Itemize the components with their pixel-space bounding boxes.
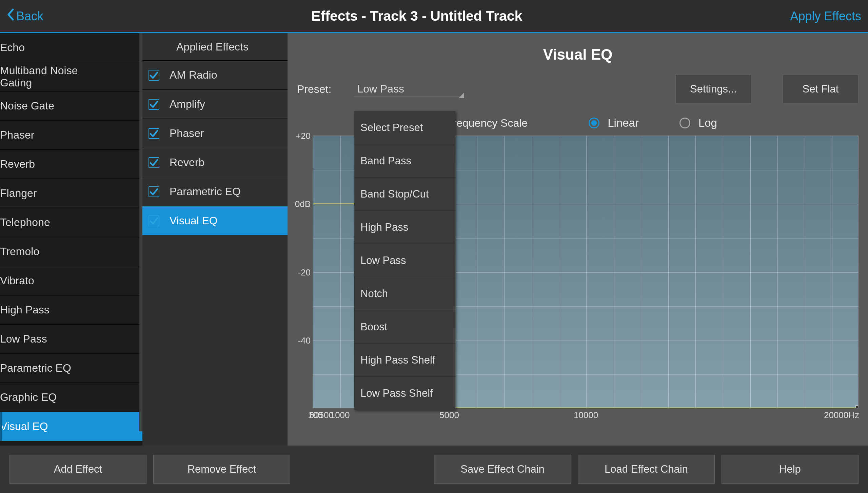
checkbox-icon[interactable] — [149, 99, 159, 110]
effects-list[interactable]: EchoMultiband NoiseGatingNoise GatePhase… — [0, 33, 142, 446]
dropdown-item-high-pass-shelf[interactable]: High Pass Shelf — [354, 344, 455, 377]
add-effect-button[interactable]: Add Effect — [9, 455, 146, 484]
dropdown-item-notch[interactable]: Notch — [354, 277, 455, 310]
sidebar-item-label: Graphic EQ — [0, 391, 57, 404]
back-label: Back — [16, 9, 43, 23]
sidebar-item-reverb[interactable]: Reverb — [0, 150, 142, 179]
remove-effect-button[interactable]: Remove Effect — [153, 455, 290, 484]
dropdown-triangle-icon — [459, 93, 464, 98]
applied-item-label: Visual EQ — [170, 214, 218, 227]
dropdown-item-band-stop-cut[interactable]: Band Stop/Cut — [354, 178, 455, 211]
svg-rect-1 — [856, 406, 858, 408]
graph-y-axis: +200dB-20-40 — [297, 136, 313, 408]
sidebar-item-visual-eq[interactable]: Visual EQ — [0, 412, 142, 441]
radio-circle-icon — [679, 118, 690, 128]
checkbox-icon[interactable] — [149, 215, 159, 226]
dropdown-item-band-pass[interactable]: Band Pass — [354, 144, 455, 178]
sidebar-item-tremolo[interactable]: Tremolo — [0, 237, 142, 266]
dropdown-item-boost[interactable]: Boost — [354, 310, 455, 344]
sidebar-item-flanger[interactable]: Flanger — [0, 179, 142, 208]
applied-item-label: Parametric EQ — [170, 185, 241, 198]
sidebar-scroll-indicator[interactable] — [139, 33, 142, 431]
sidebar-item-label: Parametric EQ — [0, 362, 71, 374]
sidebar-item-phaser[interactable]: Phaser — [0, 121, 142, 150]
radio-circle-icon — [589, 118, 599, 128]
sidebar-item-graphic-eq[interactable]: Graphic EQ — [0, 383, 142, 412]
checkbox-icon[interactable] — [149, 70, 159, 81]
sidebar-item-label: Low Pass — [0, 333, 47, 345]
sidebar-item-high-pass[interactable]: High Pass — [0, 295, 142, 325]
checkbox-icon[interactable] — [149, 128, 159, 139]
dropdown-item-low-pass-shelf[interactable]: Low Pass Shelf — [354, 377, 455, 410]
effect-title: Visual EQ — [297, 46, 859, 63]
sidebar-item-label: Phaser — [0, 129, 34, 141]
radio-linear[interactable]: Linear — [589, 117, 639, 129]
applied-effects-header: Applied Effects — [142, 33, 288, 60]
preset-label: Preset: — [297, 83, 331, 96]
sidebar-item-echo[interactable]: Echo — [0, 33, 142, 62]
applied-effects-column: Applied Effects AM RadioAmplifyPhaserRev… — [142, 33, 288, 446]
applied-item-label: Reverb — [170, 156, 204, 169]
sidebar-item-label: Multiband NoiseGating — [0, 65, 78, 88]
sidebar-item-label: Flanger — [0, 187, 37, 200]
sidebar-item-label: Tremolo — [0, 245, 39, 258]
checkbox-icon[interactable] — [149, 157, 159, 168]
sidebar-item-label: Vibrato — [0, 274, 34, 287]
set-flat-button[interactable]: Set Flat — [783, 75, 859, 104]
applied-item-label: AM Radio — [170, 69, 217, 81]
sidebar-item-parametric-eq[interactable]: Parametric EQ — [0, 354, 142, 383]
save-effect-chain-button[interactable]: Save Effect Chain — [434, 455, 571, 484]
top-bar: Back Effects - Track 3 - Untitled Track … — [0, 0, 868, 33]
sidebar-item-label: Visual EQ — [0, 420, 48, 433]
dropdown-item-select-preset[interactable]: Select Preset — [354, 111, 455, 144]
preset-dropdown-menu[interactable]: Select PresetBand PassBand Stop/CutHigh … — [354, 111, 455, 410]
dropdown-item-high-pass[interactable]: High Pass — [354, 211, 455, 244]
applied-effects-list: AM RadioAmplifyPhaserReverbParametric EQ… — [142, 60, 288, 235]
applied-item-parametric-eq[interactable]: Parametric EQ — [142, 177, 288, 206]
sidebar-item-low-pass[interactable]: Low Pass — [0, 325, 142, 354]
radio-log[interactable]: Log — [679, 117, 717, 129]
chevron-left-icon — [7, 8, 14, 24]
preset-dropdown[interactable]: Low Pass — [354, 81, 462, 97]
preset-current-value: Low Pass — [357, 83, 404, 95]
apply-effects-button[interactable]: Apply Effects — [790, 9, 861, 23]
applied-item-label: Amplify — [170, 98, 205, 110]
applied-item-label: Phaser — [170, 127, 204, 140]
page-title: Effects - Track 3 - Untitled Track — [311, 8, 522, 24]
sidebar-item-noise-gate[interactable]: Noise Gate — [0, 91, 142, 121]
radio-log-label: Log — [698, 117, 717, 129]
graph-x-axis: 50100500100050001000020000Hz — [313, 410, 859, 421]
applied-item-am-radio[interactable]: AM Radio — [142, 60, 288, 89]
sidebar-item-telephone[interactable]: Telephone — [0, 208, 142, 237]
sidebar-item-label: Echo — [0, 41, 25, 54]
help-button[interactable]: Help — [722, 455, 859, 484]
preset-row: Preset: Low Pass Settings... Set Flat — [297, 75, 859, 104]
applied-item-visual-eq[interactable]: Visual EQ — [142, 206, 288, 235]
effects-sidebar: EchoMultiband NoiseGatingNoise GatePhase… — [0, 33, 142, 446]
bottom-bar: Add Effect Remove Effect Save Effect Cha… — [0, 446, 868, 493]
sidebar-item-label: Reverb — [0, 158, 35, 170]
dropdown-item-low-pass[interactable]: Low Pass — [354, 244, 455, 277]
sidebar-item-vibrato[interactable]: Vibrato — [0, 266, 142, 295]
sidebar-item-multiband-noise-gating[interactable]: Multiband NoiseGating — [0, 62, 142, 91]
applied-item-reverb[interactable]: Reverb — [142, 148, 288, 177]
sidebar-item-label: Telephone — [0, 216, 50, 229]
applied-item-phaser[interactable]: Phaser — [142, 119, 288, 148]
checkbox-icon[interactable] — [149, 186, 159, 197]
settings-button[interactable]: Settings... — [675, 75, 751, 104]
radio-linear-label: Linear — [608, 117, 639, 129]
load-effect-chain-button[interactable]: Load Effect Chain — [578, 455, 715, 484]
sidebar-item-label: Noise Gate — [0, 100, 54, 112]
frequency-scale-label: Frequency Scale — [446, 117, 528, 129]
back-button[interactable]: Back — [7, 8, 43, 24]
sidebar-item-label: High Pass — [0, 304, 50, 316]
applied-item-amplify[interactable]: Amplify — [142, 89, 288, 119]
